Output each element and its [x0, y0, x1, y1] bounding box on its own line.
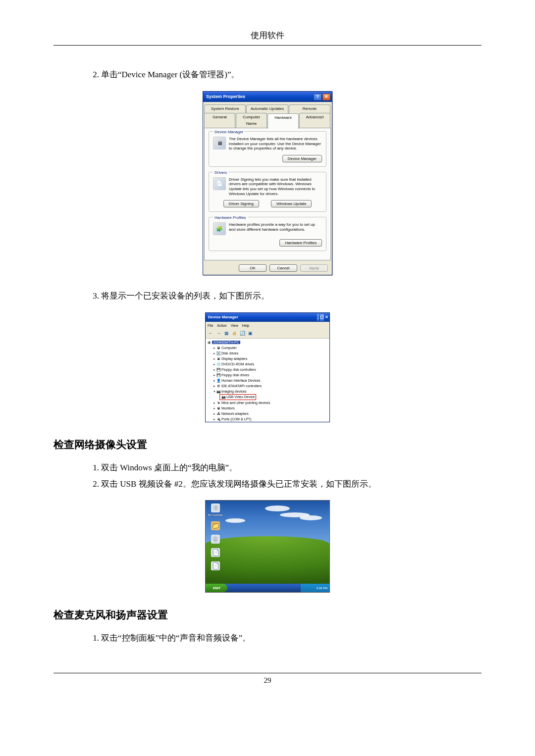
tree-child[interactable]: 📷USB Video Device: [219, 394, 327, 400]
cancel-button[interactable]: Cancel: [269, 264, 297, 272]
desktop-icons: 🖥My Computer📁🗑📄📄: [208, 504, 223, 571]
maximize-icon[interactable]: ▢: [320, 314, 324, 321]
properties-icon[interactable]: ▦: [223, 331, 230, 337]
drivers-icon: 📄: [213, 177, 226, 190]
hardware-profiles-button[interactable]: Hardware Profiles: [279, 239, 322, 247]
group-legend: Hardware Profiles: [213, 214, 248, 221]
system-tray[interactable]: 3:29 PM: [301, 584, 329, 592]
desktop-icon[interactable]: 📄: [208, 561, 223, 571]
show-icon[interactable]: ▣: [247, 331, 254, 337]
group-hardware-profiles: Hardware Profiles 🧩 Hardware profiles pr…: [209, 217, 326, 251]
list-item: 2.双击 USB 视频设备 #2。您应该发现网络摄像头已正常安装，如下图所示。: [101, 477, 482, 492]
device-tree[interactable]: ▣ JOHNSMITH-PC▸🖥Computer▸💽Disk drives▸🖥D…: [206, 339, 329, 422]
desktop-icon[interactable]: 📄: [208, 548, 223, 557]
tree-node[interactable]: ▸🔌Ports (COM & LPT): [213, 416, 327, 422]
toolbar: ← → ▦ 🖨 🔄 ▣: [206, 330, 329, 339]
menu-help[interactable]: Help: [242, 323, 249, 329]
desktop-icon[interactable]: 📁: [208, 521, 223, 531]
step-text: 双击“控制面板”中的“声音和音频设备”。: [101, 633, 251, 643]
tab-auto-updates[interactable]: Automatic Updates: [246, 104, 288, 113]
list-item: 1.双击“控制面板”中的“声音和音频设备”。: [101, 631, 482, 646]
section-heading-mic: 检查麦克风和扬声器设置: [54, 606, 482, 624]
hardware-profiles-icon: 🧩: [213, 222, 226, 235]
header-rule: [54, 45, 482, 46]
menu-view[interactable]: View: [231, 323, 238, 329]
group-legend: Drivers: [213, 169, 228, 176]
tree-root[interactable]: JOHNSMITH-PC: [212, 341, 240, 344]
minimize-icon[interactable]: _: [317, 314, 319, 321]
tree-node[interactable]: ▸💾Floppy disk controllers: [213, 367, 327, 372]
tab-strip: System Restore Automatic Updates Remote …: [203, 102, 332, 128]
xp-desktop: 🖥My Computer📁🗑📄📄 start 3:29 PM: [205, 500, 330, 593]
back-icon[interactable]: ←: [208, 331, 214, 337]
taskbar[interactable]: start 3:29 PM: [206, 584, 329, 592]
dialog-title: System Properties: [206, 93, 245, 101]
start-button[interactable]: start: [206, 584, 227, 592]
tree-node[interactable]: ▸💽Disk drives: [213, 351, 327, 356]
group-legend: Device Manager: [213, 129, 245, 136]
window-title: Device Manager: [208, 314, 238, 321]
forward-icon[interactable]: →: [215, 331, 222, 337]
tab-advanced[interactable]: Advanced: [299, 113, 330, 128]
group-drivers: Drivers 📄 Driver Signing lets you make s…: [209, 172, 326, 212]
desktop-hill: [206, 536, 329, 584]
close-icon[interactable]: ✕: [322, 94, 330, 101]
step-text: 单击“Device Manager (设备管理器)”。: [101, 70, 239, 79]
help-icon[interactable]: ?: [314, 94, 321, 101]
tree-node[interactable]: ▸🖥Display adapters: [213, 356, 327, 361]
dialog-titlebar: System Properties ? ✕: [203, 92, 332, 102]
window-titlebar: Device Manager _ ▢ ✕: [206, 313, 329, 322]
tree-node[interactable]: ▸🖥Computer: [213, 345, 327, 351]
desktop-icon[interactable]: 🗑: [208, 535, 223, 544]
print-icon[interactable]: 🖨: [231, 331, 238, 337]
group-text: Hardware profiles provide a way for you …: [229, 222, 322, 235]
group-device-manager: Device Manager 🖥 The Device Manager list…: [209, 131, 326, 167]
tree-node[interactable]: ▸💿DVD/CD-ROM drives: [213, 361, 327, 367]
device-manager-window: Device Manager _ ▢ ✕ File Action View He…: [205, 312, 330, 422]
step-text: 双击 USB 视频设备 #2。您应该发现网络摄像头已正常安装，如下图所示。: [101, 479, 376, 489]
list-item: 3.将显示一个已安装设备的列表，如下图所示。: [101, 289, 482, 303]
tab-system-restore[interactable]: System Restore: [204, 104, 246, 113]
menubar: File Action View Help: [206, 322, 329, 330]
tab-general[interactable]: General: [204, 113, 235, 128]
tree-node[interactable]: ▸🖧Network adapters: [213, 411, 327, 416]
tab-remote[interactable]: Remote: [289, 104, 330, 113]
tree-node[interactable]: ▾📷Imaging devices: [213, 389, 327, 394]
step-text: 将显示一个已安装设备的列表，如下图所示。: [101, 291, 269, 301]
footer-rule: [54, 673, 482, 673]
device-manager-button[interactable]: Device Manager: [282, 155, 322, 162]
list-item: 2.单击“Device Manager (设备管理器)”。: [101, 68, 482, 82]
group-text: Driver Signing lets you make sure that i…: [229, 177, 322, 196]
section-heading-webcam: 检查网络摄像头设置: [54, 436, 482, 454]
tree-node[interactable]: ▸💾Floppy disk drives: [213, 372, 327, 378]
tree-node[interactable]: ▸👤Human Interface Devices: [213, 378, 327, 383]
list-item: 1.双击 Windows 桌面上的“我的电脑”。: [101, 461, 482, 475]
tree-node[interactable]: ▸⚙IDE ATA/ATAPI controllers: [213, 383, 327, 389]
apply-button[interactable]: Apply: [300, 264, 328, 272]
dialog-buttons: OK Cancel Apply: [203, 261, 332, 275]
scan-icon[interactable]: 🔄: [239, 331, 246, 337]
windows-update-button[interactable]: Windows Update: [271, 200, 312, 207]
menu-action[interactable]: Action: [217, 323, 226, 329]
tree-node[interactable]: ▸🖱Mice and other pointing devices: [213, 400, 327, 405]
ok-button[interactable]: OK: [239, 264, 267, 272]
tab-panel-hardware: Device Manager 🖥 The Device Manager list…: [204, 128, 331, 260]
close-icon[interactable]: ✕: [325, 314, 328, 321]
tab-hardware[interactable]: Hardware: [268, 113, 299, 129]
tree-node[interactable]: ▸🖥Monitors: [213, 405, 327, 411]
desktop-icon[interactable]: 🖥My Computer: [208, 504, 223, 517]
group-text: The Device Manager lists all the hardwar…: [229, 137, 322, 151]
page-number: 29: [54, 676, 482, 685]
clock: 3:29 PM: [317, 586, 327, 591]
step-text: 双击 Windows 桌面上的“我的电脑”。: [101, 463, 237, 472]
tab-computer-name[interactable]: Computer Name: [236, 113, 267, 128]
driver-signing-button[interactable]: Driver Signing: [223, 200, 259, 207]
device-manager-icon: 🖥: [213, 137, 226, 150]
page-header: 使用软件: [54, 30, 482, 45]
tree-node[interactable]: ▸▣Processors: [213, 422, 327, 422]
system-properties-dialog: System Properties ? ✕ System Restore Aut…: [203, 91, 332, 275]
menu-file[interactable]: File: [208, 323, 213, 329]
